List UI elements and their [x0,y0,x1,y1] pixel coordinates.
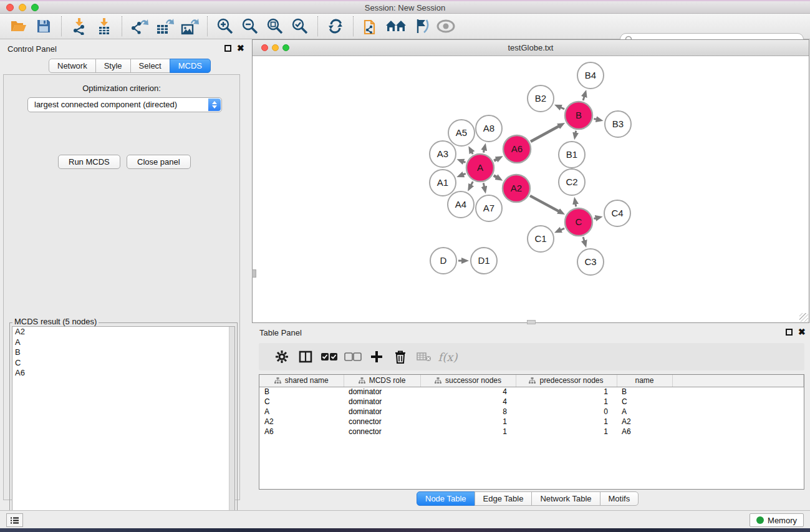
tab-network-table[interactable]: Network Table [531,491,600,506]
table-cell[interactable]: A6 [259,427,344,437]
refresh-icon[interactable] [323,16,348,37]
graph-edge-C-C2[interactable] [576,203,576,206]
table-cell[interactable]: 0 [516,407,617,417]
mcds-list-scrollbar[interactable] [229,327,234,529]
graph-edge-B-B3[interactable] [594,118,596,119]
create-column-icon[interactable] [365,347,388,366]
table-cell[interactable]: 1 [420,427,516,437]
import-table-icon[interactable] [92,16,117,37]
mcds-result-list[interactable]: A2ABCA6 [12,326,235,530]
graph-edge-A-A6[interactable] [494,159,497,160]
resize-grip[interactable] [799,313,808,322]
mcds-result-item[interactable]: A [12,337,234,348]
mcds-result-item[interactable]: A6 [12,368,234,379]
graph-edge-A2-C[interactable] [530,196,559,211]
graph-edge-C-C4[interactable] [594,218,595,219]
table-row[interactable]: A2connector11A2 [259,417,804,427]
table-cell[interactable]: C [259,397,344,407]
graph-edge-C-C3[interactable] [583,237,584,241]
table-cell[interactable]: 1 [516,417,617,427]
table-options-icon[interactable] [270,347,294,366]
table-cell[interactable]: A2 [617,417,672,427]
tab-select[interactable]: Select [130,59,170,73]
float-table-panel-icon[interactable] [786,329,793,336]
column-header-mcds-role[interactable]: MCDS role [344,375,420,387]
graph-edge-B-B4[interactable] [583,97,584,100]
save-session-icon[interactable] [31,16,56,37]
table-row[interactable]: Cdominator41C [259,397,804,407]
show-all-icon[interactable] [433,16,458,37]
table-row[interactable]: A6connector11A6 [259,427,804,437]
graph-edge-B-B2[interactable] [561,107,564,109]
table-cell[interactable]: B [617,387,672,397]
table-cell[interactable]: 1 [420,417,516,427]
export-image-icon[interactable] [177,16,202,37]
graph-edge-A-A4[interactable] [471,181,473,185]
column-header-name[interactable]: name [617,375,672,387]
table-cell[interactable]: 4 [420,397,516,407]
graph-edge-A6-B[interactable] [531,126,559,142]
close-table-panel-icon[interactable]: ✖ [798,329,806,336]
graph-edge-A-A8[interactable] [483,150,484,152]
zoom-in-icon[interactable] [213,16,238,37]
deselect-all-checkboxes-icon[interactable] [341,347,365,366]
table-cell[interactable]: C [617,397,672,407]
table-cell[interactable]: B [259,387,344,397]
column-visibility-icon[interactable] [294,347,317,366]
float-panel-icon[interactable] [224,45,231,52]
table-cell[interactable]: 1 [516,387,617,397]
close-panel-button[interactable]: Close panel [127,155,191,169]
network-canvas[interactable]: AA1A2A3A4A5A6A7A8BB1B2B3B4CC1C2C3C4DD1 [253,56,809,322]
table-cell[interactable]: dominator [344,387,420,397]
tab-style[interactable]: Style [95,59,131,73]
graph-edge-A-A2[interactable] [494,175,497,177]
delete-columns-icon[interactable] [388,347,412,366]
graph-edge-A-A5[interactable] [472,152,473,154]
open-file-icon[interactable] [6,16,31,37]
table-row[interactable]: Bdominator41B [259,387,804,397]
table-cell[interactable]: dominator [344,397,420,407]
table-cell[interactable]: A6 [617,427,672,437]
tab-edge-table[interactable]: Edge Table [475,491,533,506]
close-panel-icon[interactable]: ✖ [237,45,244,52]
graph-edge-A-A7[interactable] [483,183,484,186]
show-panels-button[interactable] [6,513,23,527]
optimization-criterion-select[interactable]: largest connected component (directed) [27,97,222,112]
zoom-out-icon[interactable] [238,16,263,37]
table-cell[interactable]: dominator [344,407,420,417]
mcds-result-item[interactable]: A2 [12,327,234,337]
mcds-result-item[interactable]: B [12,347,234,358]
vertical-scroll-indicator[interactable] [252,269,256,278]
open-session-from-file-icon[interactable] [359,16,383,37]
table-cell[interactable]: A2 [259,417,344,427]
table-cell[interactable]: 8 [420,407,516,417]
home-view-icon[interactable] [383,16,408,37]
graph-edge-C-C1[interactable] [561,228,564,230]
memory-button[interactable]: Memory [750,513,804,527]
graph-edge-A-A3[interactable] [463,162,466,162]
column-header-successor-nodes[interactable]: successor nodes [420,375,516,387]
graph-edge-A-A1[interactable] [463,173,465,175]
zoom-fit-icon[interactable] [263,16,287,37]
run-mcds-button[interactable]: Run MCDS [58,155,120,169]
export-table-icon[interactable] [152,16,177,37]
table-cell[interactable]: 1 [516,397,617,407]
mcds-result-item[interactable]: C [12,358,234,369]
select-all-checkboxes-icon[interactable] [317,347,341,366]
column-header-shared-name[interactable]: shared name [259,375,344,387]
export-network-icon[interactable] [127,16,152,37]
graph-edge-B-B1[interactable] [576,131,576,133]
table-cell[interactable]: connector [344,427,420,437]
tab-motifs[interactable]: Motifs [600,491,639,506]
table-cell[interactable]: 4 [420,387,516,397]
table-cell[interactable]: 1 [516,427,617,437]
zoom-selected-icon[interactable] [287,16,312,37]
table-cell[interactable]: A [259,407,344,417]
tab-mcds[interactable]: MCDS [170,59,211,73]
column-header-predecessor-nodes[interactable]: predecessor nodes [516,375,617,387]
table-row[interactable]: Adominator80A [259,407,804,417]
network-window-titlebar[interactable]: testGlobe.txt [253,40,809,56]
import-network-icon[interactable] [67,16,92,37]
table-cell[interactable]: A [617,407,672,417]
tab-network[interactable]: Network [49,59,96,73]
